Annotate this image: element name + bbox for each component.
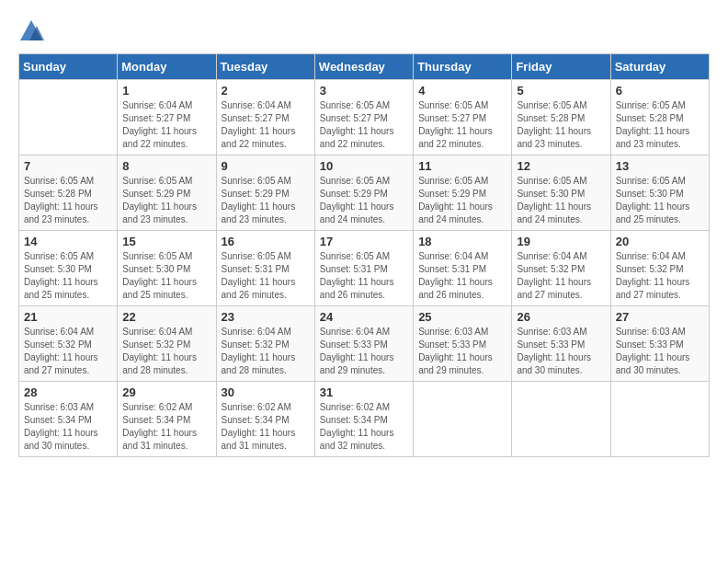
day-number: 25 xyxy=(418,310,506,324)
day-info: Sunrise: 6:05 AM Sunset: 5:30 PM Dayligh… xyxy=(616,175,704,226)
day-info: Sunrise: 6:05 AM Sunset: 5:29 PM Dayligh… xyxy=(320,175,408,226)
day-number: 8 xyxy=(122,159,210,173)
day-number: 11 xyxy=(418,159,506,173)
day-number: 23 xyxy=(222,310,310,324)
header xyxy=(18,18,710,44)
calendar-cell: 22Sunrise: 6:04 AM Sunset: 5:32 PM Dayli… xyxy=(118,306,216,382)
calendar-cell: 5Sunrise: 6:05 AM Sunset: 5:28 PM Daylig… xyxy=(512,80,610,155)
calendar-table: SundayMondayTuesdayWednesdayThursdayFrid… xyxy=(18,53,710,457)
day-info: Sunrise: 6:05 AM Sunset: 5:31 PM Dayligh… xyxy=(222,250,310,302)
calendar-cell: 26Sunrise: 6:03 AM Sunset: 5:33 PM Dayli… xyxy=(512,306,610,382)
day-number: 14 xyxy=(24,235,112,248)
day-number: 6 xyxy=(616,84,704,98)
day-info: Sunrise: 6:04 AM Sunset: 5:27 PM Dayligh… xyxy=(222,99,310,151)
day-number: 2 xyxy=(222,84,310,98)
day-number: 5 xyxy=(517,84,605,98)
day-number: 12 xyxy=(517,159,605,173)
day-number: 29 xyxy=(122,385,210,399)
day-number: 30 xyxy=(222,385,310,399)
day-info: Sunrise: 6:05 AM Sunset: 5:28 PM Dayligh… xyxy=(517,99,605,151)
day-info: Sunrise: 6:05 AM Sunset: 5:30 PM Dayligh… xyxy=(517,175,605,226)
calendar-cell xyxy=(512,382,610,457)
day-info: Sunrise: 6:04 AM Sunset: 5:27 PM Dayligh… xyxy=(122,99,210,151)
calendar-cell: 10Sunrise: 6:05 AM Sunset: 5:29 PM Dayli… xyxy=(314,155,413,231)
calendar-cell: 27Sunrise: 6:03 AM Sunset: 5:33 PM Dayli… xyxy=(610,306,709,382)
calendar-header-row: SundayMondayTuesdayWednesdayThursdayFrid… xyxy=(19,54,710,80)
header-friday: Friday xyxy=(512,54,610,80)
day-number: 18 xyxy=(418,235,506,248)
calendar-cell: 28Sunrise: 6:03 AM Sunset: 5:34 PM Dayli… xyxy=(19,382,118,457)
calendar-cell: 4Sunrise: 6:05 AM Sunset: 5:27 PM Daylig… xyxy=(414,80,512,155)
calendar-cell: 20Sunrise: 6:04 AM Sunset: 5:32 PM Dayli… xyxy=(610,231,709,306)
calendar-cell xyxy=(610,382,709,457)
calendar-cell: 31Sunrise: 6:02 AM Sunset: 5:34 PM Dayli… xyxy=(314,382,413,457)
calendar-cell: 14Sunrise: 6:05 AM Sunset: 5:30 PM Dayli… xyxy=(19,231,118,306)
day-info: Sunrise: 6:04 AM Sunset: 5:32 PM Dayligh… xyxy=(517,250,605,302)
day-number: 21 xyxy=(24,310,112,324)
calendar-cell: 11Sunrise: 6:05 AM Sunset: 5:29 PM Dayli… xyxy=(414,155,512,231)
calendar-cell xyxy=(19,80,118,155)
calendar-cell: 17Sunrise: 6:05 AM Sunset: 5:31 PM Dayli… xyxy=(314,231,413,306)
day-info: Sunrise: 6:04 AM Sunset: 5:32 PM Dayligh… xyxy=(122,326,210,377)
day-info: Sunrise: 6:05 AM Sunset: 5:27 PM Dayligh… xyxy=(320,99,408,151)
day-number: 15 xyxy=(122,235,210,248)
calendar-cell: 2Sunrise: 6:04 AM Sunset: 5:27 PM Daylig… xyxy=(216,80,314,155)
day-info: Sunrise: 6:02 AM Sunset: 5:34 PM Dayligh… xyxy=(122,401,210,453)
day-info: Sunrise: 6:05 AM Sunset: 5:30 PM Dayligh… xyxy=(24,250,112,302)
header-sunday: Sunday xyxy=(19,54,118,80)
day-number: 22 xyxy=(122,310,210,324)
day-number: 20 xyxy=(616,235,704,248)
day-number: 19 xyxy=(517,235,605,248)
day-info: Sunrise: 6:04 AM Sunset: 5:32 PM Dayligh… xyxy=(222,326,310,377)
header-monday: Monday xyxy=(118,54,216,80)
day-number: 17 xyxy=(320,235,408,248)
day-info: Sunrise: 6:04 AM Sunset: 5:32 PM Dayligh… xyxy=(616,250,704,302)
calendar-cell: 23Sunrise: 6:04 AM Sunset: 5:32 PM Dayli… xyxy=(216,306,314,382)
day-info: Sunrise: 6:04 AM Sunset: 5:31 PM Dayligh… xyxy=(418,250,506,302)
day-number: 13 xyxy=(616,159,704,173)
day-info: Sunrise: 6:05 AM Sunset: 5:29 PM Dayligh… xyxy=(122,175,210,226)
day-number: 28 xyxy=(24,385,112,399)
day-number: 9 xyxy=(222,159,310,173)
day-info: Sunrise: 6:05 AM Sunset: 5:28 PM Dayligh… xyxy=(616,99,704,151)
calendar-cell: 18Sunrise: 6:04 AM Sunset: 5:31 PM Dayli… xyxy=(414,231,512,306)
calendar-cell: 19Sunrise: 6:04 AM Sunset: 5:32 PM Dayli… xyxy=(512,231,610,306)
calendar-cell: 1Sunrise: 6:04 AM Sunset: 5:27 PM Daylig… xyxy=(118,80,216,155)
calendar-cell: 30Sunrise: 6:02 AM Sunset: 5:34 PM Dayli… xyxy=(216,382,314,457)
day-number: 16 xyxy=(222,235,310,248)
day-number: 4 xyxy=(418,84,506,98)
calendar-cell: 9Sunrise: 6:05 AM Sunset: 5:29 PM Daylig… xyxy=(216,155,314,231)
day-number: 31 xyxy=(320,385,408,399)
calendar-week-4: 21Sunrise: 6:04 AM Sunset: 5:32 PM Dayli… xyxy=(19,306,710,382)
calendar-week-1: 1Sunrise: 6:04 AM Sunset: 5:27 PM Daylig… xyxy=(19,80,710,155)
calendar-cell: 16Sunrise: 6:05 AM Sunset: 5:31 PM Dayli… xyxy=(216,231,314,306)
day-info: Sunrise: 6:05 AM Sunset: 5:28 PM Dayligh… xyxy=(24,175,112,226)
calendar-cell: 6Sunrise: 6:05 AM Sunset: 5:28 PM Daylig… xyxy=(610,80,709,155)
day-info: Sunrise: 6:03 AM Sunset: 5:33 PM Dayligh… xyxy=(418,326,506,377)
day-info: Sunrise: 6:05 AM Sunset: 5:29 PM Dayligh… xyxy=(222,175,310,226)
day-info: Sunrise: 6:04 AM Sunset: 5:33 PM Dayligh… xyxy=(320,326,408,377)
calendar-week-2: 7Sunrise: 6:05 AM Sunset: 5:28 PM Daylig… xyxy=(19,155,710,231)
day-info: Sunrise: 6:05 AM Sunset: 5:30 PM Dayligh… xyxy=(122,250,210,302)
day-number: 3 xyxy=(320,84,408,98)
calendar-cell: 7Sunrise: 6:05 AM Sunset: 5:28 PM Daylig… xyxy=(19,155,118,231)
calendar-cell: 15Sunrise: 6:05 AM Sunset: 5:30 PM Dayli… xyxy=(118,231,216,306)
day-number: 27 xyxy=(616,310,704,324)
day-number: 24 xyxy=(320,310,408,324)
day-info: Sunrise: 6:05 AM Sunset: 5:27 PM Dayligh… xyxy=(418,99,506,151)
calendar-week-5: 28Sunrise: 6:03 AM Sunset: 5:34 PM Dayli… xyxy=(19,382,710,457)
calendar-cell: 29Sunrise: 6:02 AM Sunset: 5:34 PM Dayli… xyxy=(118,382,216,457)
day-info: Sunrise: 6:05 AM Sunset: 5:29 PM Dayligh… xyxy=(418,175,506,226)
calendar-cell: 25Sunrise: 6:03 AM Sunset: 5:33 PM Dayli… xyxy=(414,306,512,382)
day-info: Sunrise: 6:04 AM Sunset: 5:32 PM Dayligh… xyxy=(24,326,112,377)
day-info: Sunrise: 6:02 AM Sunset: 5:34 PM Dayligh… xyxy=(320,401,408,453)
calendar-cell: 8Sunrise: 6:05 AM Sunset: 5:29 PM Daylig… xyxy=(118,155,216,231)
day-info: Sunrise: 6:03 AM Sunset: 5:33 PM Dayligh… xyxy=(616,326,704,377)
day-number: 26 xyxy=(517,310,605,324)
calendar-cell: 13Sunrise: 6:05 AM Sunset: 5:30 PM Dayli… xyxy=(610,155,709,231)
header-thursday: Thursday xyxy=(414,54,512,80)
calendar-week-3: 14Sunrise: 6:05 AM Sunset: 5:30 PM Dayli… xyxy=(19,231,710,306)
calendar-cell: 12Sunrise: 6:05 AM Sunset: 5:30 PM Dayli… xyxy=(512,155,610,231)
calendar-cell: 24Sunrise: 6:04 AM Sunset: 5:33 PM Dayli… xyxy=(314,306,413,382)
day-info: Sunrise: 6:02 AM Sunset: 5:34 PM Dayligh… xyxy=(222,401,310,453)
